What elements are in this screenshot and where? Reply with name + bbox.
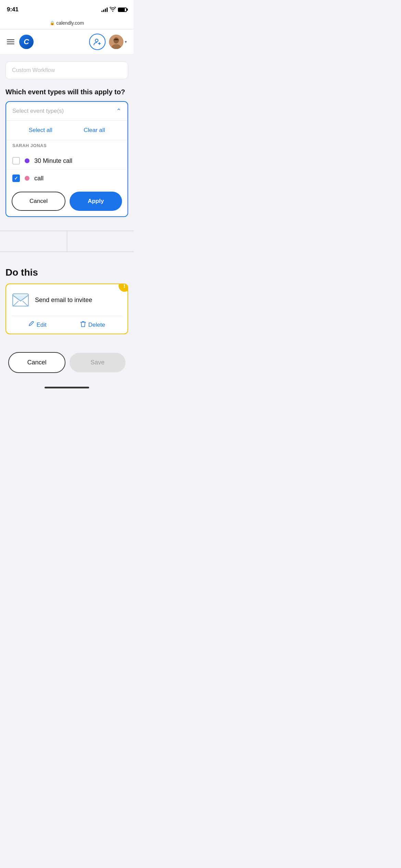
event-type-dropdown[interactable]: Select event type(s) ⌃ Select all Clear …	[5, 101, 128, 217]
nav-left: C	[7, 35, 34, 49]
dropdown-trigger[interactable]: Select event type(s) ⌃	[6, 102, 127, 120]
status-bar: 9:41	[0, 0, 134, 17]
status-icons	[101, 7, 127, 13]
bottom-cancel-button[interactable]: Cancel	[8, 352, 65, 373]
event-dot-purple	[25, 158, 29, 163]
select-clear-row: Select all Clear all	[6, 121, 127, 140]
trash-icon	[80, 321, 86, 329]
home-bar	[45, 387, 89, 388]
svg-point-0	[95, 39, 98, 42]
dropdown-action-buttons: Cancel Apply	[6, 187, 127, 216]
edit-label: Edit	[36, 322, 46, 328]
delete-button[interactable]: Delete	[80, 321, 105, 329]
event-name-30min: 30 Minute call	[34, 157, 72, 165]
email-icon	[12, 291, 29, 309]
select-all-button[interactable]: Select all	[22, 125, 59, 135]
event-item-30min[interactable]: 30 Minute call	[6, 152, 127, 169]
checkbox-30min[interactable]	[12, 157, 20, 165]
do-this-title: Do this	[5, 267, 128, 278]
nav-right: ▾	[89, 34, 127, 50]
dropdown-apply-button[interactable]: Apply	[70, 192, 122, 211]
h-line-2	[0, 252, 134, 252]
send-email-label: Send email to invitee	[35, 297, 92, 304]
dropdown-placeholder: Select event type(s)	[12, 108, 64, 114]
section-title: Which event types will this apply to?	[5, 87, 128, 96]
dropdown-cancel-button[interactable]: Cancel	[12, 192, 65, 211]
add-user-button[interactable]	[89, 34, 106, 50]
custom-workflow-input[interactable]: Custom Workflow	[5, 61, 128, 79]
vertical-line-container	[0, 231, 134, 252]
action-card-body: Send email to invitee	[6, 284, 127, 316]
event-dot-pink	[25, 176, 29, 181]
spacer-section	[0, 224, 134, 259]
battery-icon	[118, 8, 127, 12]
avatar	[109, 35, 123, 49]
action-card: ! Send email to invitee	[5, 284, 128, 334]
browser-bar: 🔒 calendly.com	[0, 17, 134, 29]
edit-icon	[28, 321, 34, 328]
svg-point-2	[113, 37, 119, 44]
hamburger-menu[interactable]	[7, 39, 14, 44]
bottom-save-button: Save	[70, 353, 125, 372]
chevron-up-icon: ⌃	[116, 107, 121, 115]
calendly-logo: C	[19, 35, 34, 49]
custom-workflow-placeholder: Custom Workflow	[12, 67, 55, 73]
checkbox-call[interactable]	[12, 174, 20, 182]
lock-icon: 🔒	[50, 21, 55, 25]
event-item-call[interactable]: call	[6, 169, 127, 187]
logo-letter: C	[24, 37, 29, 46]
bottom-bar: Cancel Save	[0, 347, 134, 383]
event-name-call: call	[34, 175, 44, 182]
avatar-chevron-icon: ▾	[125, 39, 127, 44]
browser-url: calendly.com	[56, 20, 84, 26]
home-indicator	[0, 383, 134, 390]
avatar-container[interactable]: ▾	[109, 35, 127, 49]
delete-label: Delete	[88, 322, 105, 328]
action-card-footer: Edit Delete	[6, 316, 127, 334]
signal-icon	[101, 7, 108, 12]
edit-button[interactable]: Edit	[28, 321, 46, 329]
main-content: Custom Workflow Which event types will t…	[0, 55, 134, 224]
do-this-section: Do this ! Send email to invitee	[0, 259, 134, 340]
person-label: SARAH JONAS	[6, 140, 127, 152]
wifi-icon	[110, 7, 116, 13]
nav-bar: C ▾	[0, 29, 134, 55]
vertical-line	[67, 231, 67, 252]
clear-all-button[interactable]: Clear all	[77, 125, 112, 135]
status-time: 9:41	[7, 6, 19, 13]
